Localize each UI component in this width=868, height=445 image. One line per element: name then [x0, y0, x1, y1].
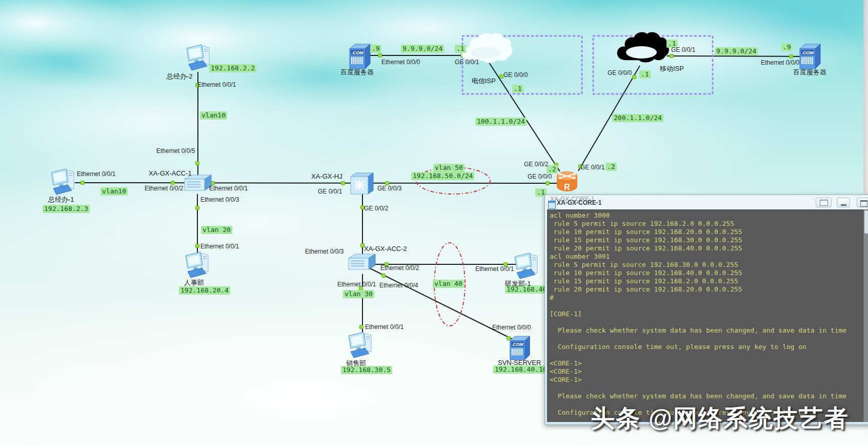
name-acc1: XA-GX-ACC-1 — [149, 169, 192, 177]
port-hj-ge001: GE 0/0/1 — [318, 188, 342, 195]
console-window-icon — [548, 201, 556, 209]
port-renshibu-eth001: Ethernet 0/0/1 — [200, 243, 239, 250]
port-acc1-eth003: Ethernet 0/0/3 — [200, 196, 239, 203]
name-zongjingban-2: 总经办-2 — [167, 72, 193, 81]
ip-renshibu: 192.168.20.4 — [179, 286, 230, 295]
canvas-vertical-scrollbar[interactable] — [863, 0, 868, 195]
port-acc2-eth002: Ethernet 0/0/2 — [380, 264, 419, 272]
minimize-button[interactable] — [837, 198, 850, 207]
name-hj: XA-GX-HJ — [311, 172, 342, 180]
vlan40-label: vlan 40 — [433, 280, 464, 288]
vlan30-label: vlan 30 — [343, 290, 374, 298]
port-xiaoshoubu-eth001: Ethernet 0/0/1 — [365, 323, 403, 331]
port-core-ge002: GE 0/0/2 — [524, 161, 548, 168]
port-core-ge000: GE 0/0/0 — [528, 173, 552, 180]
subnet-baidu-right: 9.9.9.0/24 — [715, 47, 758, 55]
host1-telecom-ge001: .1 — [455, 45, 466, 53]
ip-zongjingban-1: 192.168.2.3 — [43, 205, 90, 213]
port-zongjingban2-eth001: Ethernet 0/0/1 — [197, 81, 236, 88]
console-title: XA-GX-CORE-1 — [557, 199, 601, 206]
port-zongjingban1-eth001: Ethernet 0/0/1 — [77, 170, 115, 178]
port-acc1-eth005: Ethernet 0/0/5 — [156, 147, 195, 154]
console-title-bar[interactable]: XA-GX-CORE-1 XA-GX-CORE-1 — [545, 195, 868, 209]
console-scrollbar[interactable] — [863, 209, 868, 422]
vlan10-zongjingban-1: vlan10 — [100, 187, 128, 196]
name-mobile-isp: 移动ISP — [660, 64, 684, 73]
name-baidu-server-right: 百度服务器 — [793, 68, 826, 77]
console-window-xa-gx-core-1: XA-GX-CORE-1 XA-GX-CORE-1 acl number 300… — [544, 195, 868, 425]
ip-zongjingban-2: 192.168.2.2 — [209, 64, 256, 72]
vlan20-label: vlan 20 — [201, 226, 232, 234]
name-acc2: XA-GX-ACC-2 — [364, 245, 407, 253]
port-hj-ge002: GE 0/0/2 — [364, 205, 388, 212]
port-core-ge001: GE 0/0/1 — [580, 164, 604, 171]
name-yanfabu-1: 研发部-1 — [505, 279, 531, 288]
port-mobile-ge000: GE 0/0/0 — [608, 69, 632, 76]
host2-core-ge001: .2 — [605, 163, 617, 171]
name-svn-server: SVN-SERVER — [498, 359, 541, 366]
host1-mobile-ge000: .1 — [639, 70, 651, 79]
maximize-button[interactable] — [857, 198, 868, 207]
port-svn-eth000: Ethernet 0/0/0 — [492, 324, 531, 331]
vlan10-zongjingban-2: vlan10 — [200, 111, 227, 120]
port-yanfabu1-eth001: Ethernet 0/0/1 — [475, 265, 514, 273]
name-telecom-isp: 电信ISP — [472, 76, 496, 86]
port-mobile-ge001: GE 0/0/1 — [671, 46, 695, 53]
console-output[interactable]: acl number 3000 rule 5 permit ip source … — [547, 209, 863, 422]
port-telecom-ge001: GE 0/0/1 — [455, 59, 479, 66]
subnet-baidu-left: 9.9.9.0/24 — [401, 45, 444, 53]
port-acc2-eth001: Ethernet 0/0/1 — [337, 281, 376, 288]
port-acc2-eth003: Ethernet 0/0/3 — [305, 248, 344, 255]
maximize-icon — [860, 200, 867, 207]
port-baidu-right-eth000: Ethernet 0/0/0 — [761, 59, 799, 66]
port-baidu-left-eth000: Ethernet 0/0/0 — [381, 59, 420, 66]
host1-telecom-ge000: .1 — [512, 85, 523, 93]
crlf-icon — [820, 200, 828, 206]
host9-baidu-left: .9 — [370, 45, 381, 53]
name-xiaoshoubu: 销售部 — [346, 359, 366, 368]
console-scrollbar-thumb[interactable] — [864, 210, 868, 234]
host9-baidu-right: .9 — [781, 43, 793, 51]
port-telecom-ge000: GE 0/0/0 — [503, 71, 528, 79]
name-baidu-server-left: 百度服务器 — [340, 68, 374, 77]
minimize-icon — [841, 204, 846, 206]
port-hj-ge003: GE 0/0/3 — [377, 185, 401, 192]
name-zongjingban-1: 总经办-1 — [48, 195, 74, 204]
name-renshibu: 人事部 — [184, 278, 204, 287]
subnet-mobile: 200.1.1.0/24 — [612, 114, 663, 122]
port-acc1-eth002: Ethernet 0/0/2 — [145, 185, 183, 192]
vlan50-label: vlan 50 — [433, 164, 465, 172]
port-acc2-eth004: Ethernet 0/0/4 — [379, 282, 418, 289]
ip-svn-server: 192.168.40.10 — [493, 365, 549, 374]
subnet-telecom: 100.1.1.0/24 — [475, 118, 527, 126]
crlf-button[interactable] — [816, 198, 832, 207]
subnet-vlan50: 192.168.50.0/24 — [411, 172, 474, 180]
watermark: 头条 @网络系统技艺者 — [591, 402, 849, 435]
port-acc1-eth001: Ethernet 0/0/1 — [209, 185, 248, 192]
